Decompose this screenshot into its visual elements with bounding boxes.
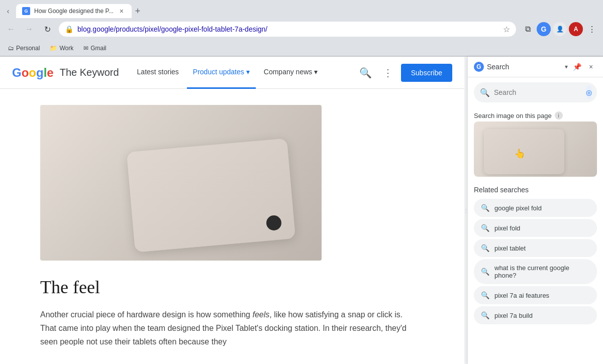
related-search-icon-3: 🔍 [481,268,489,276]
subscribe-button[interactable]: Subscribe [401,64,452,82]
google-logo[interactable]: Google [12,66,54,80]
new-tab-button[interactable]: + [132,5,144,17]
article-text: Another crucial piece of hardware design… [40,308,412,349]
related-searches-title: Related searches [468,181,603,197]
related-search-item-4[interactable]: 🔍 pixel 7a ai features [474,286,597,304]
work-icon: 📁 [50,45,57,52]
search-sidebar: G Search ▾ 📌 × 🔍 ◎ Search image on this … [467,57,603,364]
related-search-icon-2: 🔍 [481,244,489,252]
profile-avatar[interactable]: G [537,22,551,36]
product-updates-arrow: ▾ [246,68,250,75]
bookmark-personal[interactable]: 🗂 Personal [4,43,44,54]
star-icon[interactable]: ☆ [503,25,510,34]
related-search-label-4: pixel 7a ai features [494,292,549,299]
sidebar-dropdown-arrow[interactable]: ▾ [565,63,568,70]
article-image [40,105,322,261]
sidebar-close-button[interactable]: × [585,61,597,73]
related-search-label-0: google pixel fold [494,204,542,212]
sidebar-lens-icon[interactable]: ◎ [586,85,592,99]
related-search-icon-1: 🔍 [481,224,489,232]
company-news-arrow: ▾ [314,68,318,75]
blog-search-button[interactable]: 🔍 [357,64,375,82]
bookmark-personal-label: Personal [16,45,40,52]
sidebar-search-icon: 🔍 [480,88,490,97]
tab-favicon: G [22,7,30,15]
sidebar-image-section-header: Search image on this page i [468,107,603,122]
tab-close-button[interactable]: × [118,7,126,15]
bookmark-gmail[interactable]: ✉ Gmail [79,43,110,54]
tab-list-button[interactable]: ‹ [4,7,12,15]
forward-button[interactable]: → [22,22,36,36]
browser-chrome: ‹ G How Google designed the P... × + ← →… [0,0,603,57]
article-text-em: feels [252,310,269,319]
related-search-item-1[interactable]: 🔍 pixel fold [474,219,597,237]
related-search-icon-4: 🔍 [481,291,489,299]
nav-link-latest[interactable]: Latest stories [131,57,185,89]
related-search-label-1: pixel fold [494,224,520,232]
sidebar-header: G Search ▾ 📌 × [468,57,603,77]
sidebar-g-logo: G [474,62,484,72]
profile-icon[interactable]: 👤 [553,22,567,36]
search-icon: 🔍 [359,67,372,79]
user-avatar[interactable]: A [569,22,583,36]
sidebar-header-icons: 📌 × [571,61,597,73]
sidebar-search-input[interactable] [494,88,582,96]
keyword-title[interactable]: The Keyword [60,67,119,78]
tab-nav-buttons: ‹ [4,7,12,15]
related-search-label-5: pixel 7a build [494,312,533,319]
back-button[interactable]: ← [4,22,18,36]
related-search-label-3: what is the current google phone? [494,264,590,279]
sidebar-title: Search [487,63,562,71]
related-searches-list: 🔍 google pixel fold 🔍 pixel fold 🔍 pixel… [468,197,603,326]
article-text-intro: Another crucial piece of hardware design… [40,310,252,319]
toolbar-icons: ⧉ G 👤 A ⋮ [521,22,599,36]
related-search-item-2[interactable]: 🔍 pixel tablet [474,239,597,257]
bookmarks-bar: 🗂 Personal 📁 Work ✉ Gmail [0,40,603,56]
blog-content: Google The Keyword Latest stories Produc… [0,57,464,364]
sidebar-pin-button[interactable]: 📌 [571,61,583,73]
nav-link-product-label: Product updates [193,68,244,75]
sidebar-image-section-title: Search image on this page [474,112,552,119]
blog-more-button[interactable]: ⋮ [379,64,397,82]
personal-icon: 🗂 [8,45,14,52]
sidebar-info-icon[interactable]: i [555,111,563,119]
bookmark-work-label: Work [59,45,73,52]
address-url: blog.google/products/pixel/google-pixel-… [77,25,499,33]
blog-nav-links: Latest stories Product updates ▾ Company… [131,57,357,89]
related-search-label-2: pixel tablet [494,245,526,252]
reload-button[interactable]: ↻ [40,22,54,36]
related-search-item-5[interactable]: 🔍 pixel 7a build [474,306,597,324]
page-area: Google The Keyword Latest stories Produc… [0,57,603,364]
tab-bar: ‹ G How Google designed the P... × + [0,0,603,18]
address-bar[interactable]: 🔒 blog.google/products/pixel/google-pixe… [58,21,517,37]
lock-icon: 🔒 [65,25,73,33]
bookmark-gmail-label: Gmail [90,45,106,52]
active-tab[interactable]: G How Google designed the P... × [16,4,132,18]
menu-button[interactable]: ⋮ [585,22,599,36]
sidebar-image-preview[interactable]: 👆 [474,122,597,177]
related-search-item-3[interactable]: 🔍 what is the current google phone? [474,259,597,284]
article-body: The feel Another crucial piece of hardwa… [0,89,452,364]
extensions-button[interactable]: ⧉ [521,22,535,36]
gmail-icon: ✉ [83,45,88,52]
related-search-icon-0: 🔍 [481,204,489,212]
sidebar-search-box[interactable]: 🔍 ◎ [474,82,597,102]
blog-nav-actions: 🔍 ⋮ Subscribe [357,64,452,82]
nav-link-company-label: Company news [264,68,313,75]
address-bar-row: ← → ↻ 🔒 blog.google/products/pixel/googl… [0,18,603,40]
cursor-emoji: 👆 [514,148,525,159]
tab-title: How Google designed the P... [34,8,114,15]
related-search-item-0[interactable]: 🔍 google pixel fold [474,199,597,217]
article-heading: The feel [40,277,412,298]
bookmark-work[interactable]: 📁 Work [46,43,77,54]
nav-link-company-news[interactable]: Company news ▾ [258,57,324,89]
nav-link-product-updates[interactable]: Product updates ▾ [187,57,256,89]
more-icon: ⋮ [383,67,393,79]
nav-link-latest-label: Latest stories [137,68,179,75]
related-search-icon-5: 🔍 [481,311,489,319]
blog-navbar: Google The Keyword Latest stories Produc… [0,57,464,89]
